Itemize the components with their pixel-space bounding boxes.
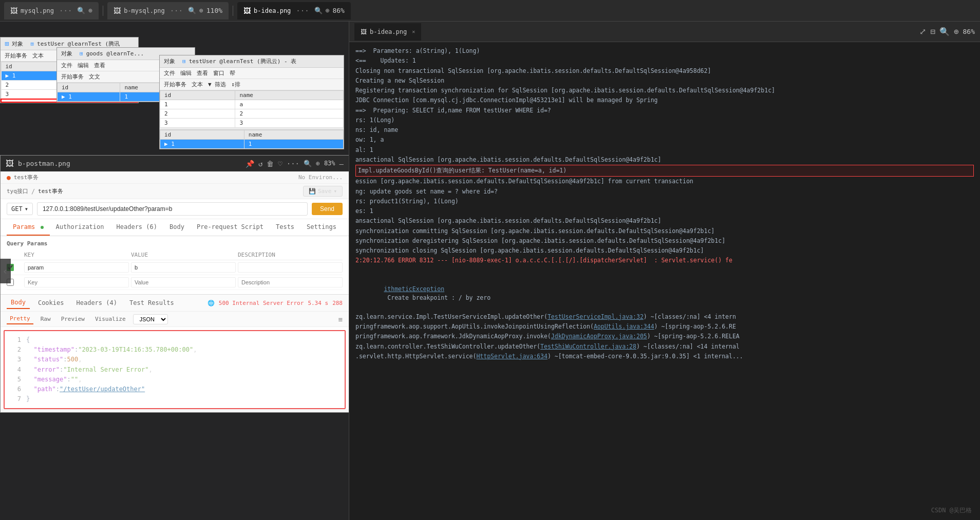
tab-bmysql-png[interactable]: 🖼 b-mysql.png ··· 🔍 ⊕ 110%: [107, 2, 229, 20]
qp-row-2: [7, 275, 343, 290]
console-line: Registering transaction synchronization …: [355, 86, 974, 95]
tab-pre-request[interactable]: Pre-request Script: [191, 219, 270, 236]
mysql-obj-label-3: 对象: [164, 57, 175, 65]
menu-start-1[interactable]: 开始事务: [5, 52, 27, 60]
tab-menu-3[interactable]: ···: [294, 6, 311, 16]
resp-tab-body[interactable]: Body: [7, 297, 30, 309]
postman-icon-more[interactable]: ···: [287, 160, 299, 168]
tab-menu-2[interactable]: ···: [168, 6, 185, 16]
postman-close[interactable]: —: [340, 160, 344, 168]
console-line: pringframework.aop.framework.JdkDynamicA…: [355, 332, 974, 341]
menu-text-2[interactable]: 文文: [89, 73, 100, 81]
arithmetic-exception-link[interactable]: ithmeticException: [384, 285, 444, 293]
tab-authorization[interactable]: Authorization: [50, 219, 110, 236]
nav-prev-arrow[interactable]: ‹: [0, 259, 11, 283]
menu-edit-3[interactable]: 编辑: [180, 69, 192, 77]
ide-tab-actions: ⤢ ⊟ 🔍 ⊕ 86%: [919, 27, 975, 36]
console-line: zq.learn.service.Impl.TestUserServiceImp…: [355, 312, 974, 322]
jdk-proxy-link[interactable]: JdkDynamicAopProxy.java:205: [551, 333, 647, 340]
ide-tab-bidea[interactable]: 🖼 b-idea.png ✕: [354, 23, 421, 41]
cell: [1, 99, 64, 102]
resp-tab-headers[interactable]: Headers (4): [72, 297, 121, 309]
menu-help-3[interactable]: 帮: [230, 69, 235, 77]
tab-mysql-png[interactable]: 🖼 mysql.png ··· 🔍 ⊕: [4, 2, 99, 20]
console-highlighted-line: Impl.updateGoodsById()查询的user结果: TestUse…: [355, 165, 974, 177]
qp-key-2[interactable]: [24, 277, 129, 287]
save-button[interactable]: 💾 Save ▾: [303, 186, 343, 197]
format-type-select[interactable]: JSON: [133, 314, 168, 324]
ide-grid-icon[interactable]: ⊟: [930, 27, 935, 36]
menu-window-3[interactable]: 窗口: [213, 69, 224, 77]
menu-sort-3[interactable]: ↕排: [231, 81, 240, 88]
servlet-link[interactable]: HttpServlet.java:634: [476, 353, 547, 360]
format-raw[interactable]: Raw: [37, 314, 54, 324]
tab-tests[interactable]: Tests: [270, 219, 300, 236]
save-label: Save: [318, 188, 332, 195]
ide-tab-close[interactable]: ✕: [412, 29, 415, 34]
menu-file-1[interactable]: 文本: [32, 52, 44, 60]
format-visualize[interactable]: Visualize: [92, 314, 129, 324]
console-error-line: 2:20:12.766 ERROR 8312 --- [nio-8089-exe…: [355, 256, 974, 265]
ide-tab-icon: 🖼: [361, 28, 367, 35]
postman-icon-heart[interactable]: ♡: [278, 160, 282, 168]
url-input[interactable]: [37, 202, 308, 216]
menu-edit-2[interactable]: 编辑: [78, 62, 89, 69]
console-line: synchronization closing SqlSession [org.…: [355, 246, 974, 256]
menu-start-3[interactable]: 开始事务: [164, 81, 186, 88]
tab-menu-1[interactable]: ···: [57, 6, 74, 16]
mysql-icon-1: ⊞: [5, 40, 9, 48]
menu-filter-3[interactable]: ▼ 筛选: [208, 81, 226, 88]
menu-file-2[interactable]: 文件: [61, 62, 72, 69]
subcol-id: id: [160, 130, 244, 140]
response-area: Body Cookies Headers (4) Test Results 🌐 …: [1, 294, 349, 409]
method-select[interactable]: GET ▾: [7, 203, 33, 215]
ide-zoom-in-icon[interactable]: ⊕: [954, 27, 959, 36]
format-align-icon[interactable]: ≡: [338, 315, 343, 323]
qp-key-1[interactable]: [24, 262, 129, 273]
tab-body[interactable]: Body: [163, 219, 191, 236]
controller-link[interactable]: TestShiWuController.java:28: [540, 343, 636, 350]
tab-settings[interactable]: Settings: [300, 219, 343, 236]
ide-zoom-out-icon[interactable]: 🔍: [939, 27, 950, 36]
method-chevron: ▾: [25, 205, 28, 213]
ide-expand-icon[interactable]: ⤢: [919, 27, 926, 36]
send-button[interactable]: Send: [312, 203, 343, 215]
menu-view-3[interactable]: 查看: [197, 69, 208, 77]
zoom-minus[interactable]: 🔍: [304, 160, 312, 168]
response-tabs-bar: Body Cookies Headers (4) Test Results 🌐 …: [1, 295, 349, 312]
zoom-out-3[interactable]: 🔍: [314, 7, 323, 14]
service-impl-link[interactable]: TestUserServiceImpl.java:32: [548, 313, 644, 320]
postman-title-actions: 📌 ↺ 🗑 ♡ ··· 🔍 ⊕ 83% —: [246, 160, 344, 168]
qp-desc-1[interactable]: [238, 262, 343, 273]
tab-headers[interactable]: Headers (6): [110, 219, 163, 236]
postman-icon-delete[interactable]: 🗑: [267, 160, 274, 168]
postman-icon-refresh[interactable]: ↺: [258, 160, 262, 168]
mysql-titlebar-3: 对象 ⊞ testUser @learnTest (腾讯云) - 表: [160, 55, 344, 68]
qp-desc-2[interactable]: [238, 277, 343, 287]
tab-params[interactable]: Params: [7, 219, 50, 236]
qp-value-1[interactable]: [131, 262, 236, 273]
qp-value-2[interactable]: [131, 277, 236, 287]
menu-text-3[interactable]: 文本: [192, 81, 203, 88]
size-text: 288: [332, 300, 343, 306]
resp-tab-cookies[interactable]: Cookies: [34, 297, 68, 309]
zoom-in-3[interactable]: ⊕: [326, 7, 330, 14]
postman-icon-pin[interactable]: 📌: [246, 160, 254, 168]
aop-utils-link[interactable]: AopUtils.java:344: [594, 323, 654, 330]
mysql-title-table-3: testUser @learnTest (腾讯云) - 表: [189, 57, 297, 65]
menu-start-2[interactable]: 开始事务: [61, 73, 84, 81]
mysql-title-table-2: goods @learnTe...: [86, 50, 144, 57]
tab-bidea-png[interactable]: 🖼 b-idea.png ··· 🔍 ⊕ 86%: [237, 2, 351, 20]
cell: 3: [235, 119, 344, 128]
format-preview[interactable]: Preview: [58, 314, 88, 324]
resp-tab-test-results[interactable]: Test Results: [125, 297, 178, 309]
mysql-obj-label-2: 对象: [61, 50, 72, 57]
json-line-7: 7 }: [11, 394, 338, 404]
console-breakpoint-text: Create breakpoint : / by zero: [384, 294, 491, 301]
menu-view-2[interactable]: 查看: [94, 62, 105, 69]
path-link[interactable]: "/testUser/updateOther": [60, 384, 145, 394]
format-pretty[interactable]: Pretty: [7, 314, 33, 324]
menu-file-3[interactable]: 文件: [164, 69, 175, 77]
zoom-plus[interactable]: ⊕: [316, 160, 320, 168]
col-value: VALUE: [131, 252, 236, 258]
